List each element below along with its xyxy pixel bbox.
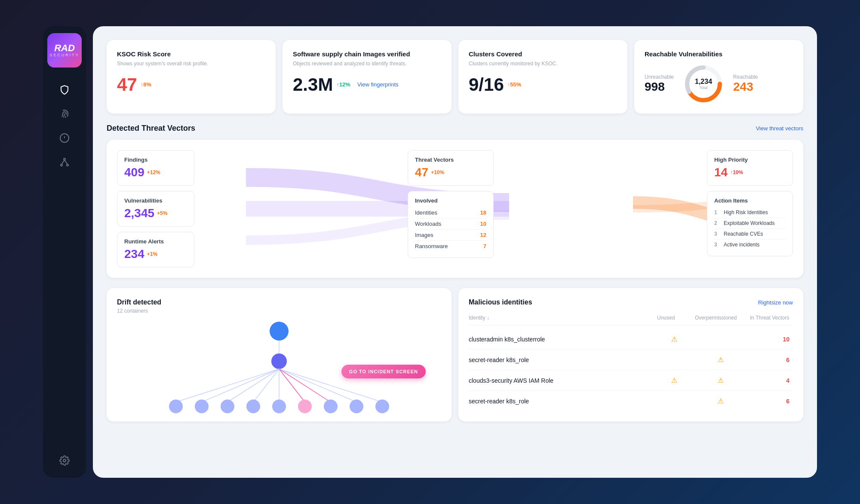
column-header: Overpermissioned: [695, 315, 746, 321]
warning-icon: ⚠: [718, 376, 724, 384]
threat-value: 6: [786, 356, 789, 363]
sidebar-item-network[interactable]: [54, 152, 75, 172]
clusters-card: Clusters Covered Clusters currently moni…: [458, 40, 627, 114]
identity-row: clouds3-security AWS IAM Role ⚠ ⚠ 4: [469, 370, 793, 391]
identity-row: secret-reader k8s_role ⚠ 6: [469, 391, 793, 411]
column-header: In Threat Vectors: [750, 315, 793, 321]
view-threat-vectors-link[interactable]: View threat vectors: [756, 125, 803, 132]
go-incident-button[interactable]: GO TO INCIDENT SCREEN: [341, 365, 426, 378]
drift-subtitle: 12 containers: [117, 308, 441, 314]
svg-point-8: [63, 459, 66, 462]
sidebar-item-alert[interactable]: [54, 128, 75, 148]
action-text: Exploitable Workloads: [724, 220, 775, 226]
malicious-title: Malicious identities: [469, 298, 532, 306]
unreachable-label: Unreachable: [645, 74, 674, 80]
high-priority-box: High Priority 14 ↑10%: [707, 150, 793, 186]
action-item: 3Active incidents: [714, 240, 786, 250]
threat-section-title: Detected Threat Vectors: [107, 124, 195, 133]
vulnerabilities-title: Reachable Vulnerabilities: [645, 50, 793, 58]
svg-point-32: [324, 400, 338, 413]
svg-point-26: [169, 400, 183, 413]
malicious-card: Malicious identities Rightsize now Ident…: [458, 288, 803, 421]
overpermissioned-cell: ⚠: [695, 376, 746, 384]
runtime-label: Runtime Alerts: [124, 238, 187, 245]
identity-name: clusteradmin k8s_clusterrole: [469, 336, 654, 343]
ksoc-risk-card: KSOC Risk Score Shows your system's over…: [107, 40, 276, 114]
action-text: Active incidents: [724, 242, 759, 248]
donut-chart: 1,234 Total: [684, 65, 723, 103]
logo-sub: SECURITY: [49, 53, 80, 57]
sidebar-item-fingerprint[interactable]: [54, 104, 75, 124]
involved-value: 7: [483, 243, 486, 249]
svg-line-17: [253, 369, 279, 402]
action-num: 1: [714, 209, 720, 215]
supply-chain-value: 2.3M ↑12% View fingerprints: [293, 74, 441, 95]
clusters-value: 9/16 ↑55%: [469, 74, 617, 95]
svg-point-13: [271, 353, 287, 369]
sidebar-item-shield[interactable]: [54, 80, 75, 100]
hp-label: High Priority: [714, 157, 786, 163]
warning-icon: ⚠: [671, 376, 677, 384]
donut-total: 1,234: [695, 78, 712, 86]
warning-icon: ⚠: [671, 335, 677, 343]
threat-val-cell: 4: [750, 377, 793, 384]
threat-val-cell: 6: [750, 356, 793, 363]
svg-point-28: [221, 400, 234, 413]
rightsize-link[interactable]: Rightsize now: [758, 299, 793, 306]
involved-row: Identities18: [415, 207, 486, 218]
ksoc-risk-badge: ↑8%: [141, 81, 151, 88]
involved-row: Workloads10: [415, 218, 486, 230]
identity-table: clusteradmin k8s_clusterrole ⚠ 10 secret…: [469, 329, 793, 411]
supply-chain-badge: ↑12%: [336, 81, 350, 88]
svg-line-16: [227, 369, 279, 402]
svg-point-34: [375, 400, 389, 413]
threat-panel: Findings 409 +12% Vulnerabilities 2,345 …: [107, 140, 803, 278]
warning-icon: ⚠: [718, 397, 724, 405]
svg-line-7: [64, 160, 68, 164]
unreachable-value: 998: [645, 80, 674, 94]
involved-label: Involved: [415, 197, 486, 204]
reachable-label: Reachable: [733, 74, 758, 80]
svg-point-31: [298, 400, 312, 413]
involved-row: Ransomware7: [415, 241, 486, 252]
action-item: 3Reachable CVEs: [714, 229, 786, 240]
svg-point-12: [270, 322, 289, 341]
involved-value: 10: [480, 221, 486, 227]
action-text: Reachable CVEs: [724, 231, 763, 237]
unused-cell: ⚠: [657, 335, 691, 343]
app-logo[interactable]: RAD SECURITY: [47, 33, 82, 68]
action-num: 3: [714, 231, 720, 237]
identity-row: clusteradmin k8s_clusterrole ⚠ 10: [469, 329, 793, 350]
svg-line-14: [176, 369, 279, 402]
threat-vectors-section: Detected Threat Vectors View threat vect…: [107, 124, 803, 278]
supply-chain-number: 2.3M: [293, 74, 333, 95]
runtime-alerts-box: Runtime Alerts 234 +1%: [117, 232, 194, 267]
involved-table: Identities18Workloads10Images12Ransomwar…: [415, 207, 486, 252]
unused-cell: ⚠: [657, 376, 691, 384]
identity-name: secret-reader k8s_role: [469, 398, 654, 405]
involved-row: Images12: [415, 230, 486, 241]
donut-label: Total: [695, 86, 712, 90]
threat-vectors-column: Threat Vectors 47 +10% Involved Identiti…: [408, 150, 494, 267]
metric-cards: KSOC Risk Score Shows your system's over…: [107, 40, 803, 114]
involved-name: Identities: [415, 209, 437, 216]
action-label: Action Items: [714, 197, 786, 204]
identity-row: secret-reader k8s_role ⚠ 6: [469, 350, 793, 370]
action-item: 2Exploitable Workloads: [714, 218, 786, 229]
ksoc-risk-title: KSOC Risk Score: [117, 50, 265, 58]
sidebar-item-settings[interactable]: [54, 450, 75, 471]
tv-badge: +10%: [431, 169, 444, 175]
identity-table-header: Identity ↓UnusedOverpermissionedIn Threa…: [469, 315, 793, 326]
involved-name: Workloads: [415, 221, 441, 227]
tv-value: 47 +10%: [415, 166, 486, 179]
column-header: Identity ↓: [469, 315, 654, 321]
clusters-desc: Clusters currently monitored by KSOC.: [469, 60, 617, 68]
involved-name: Images: [415, 232, 433, 238]
findings-column: Findings 409 +12% Vulnerabilities 2,345 …: [117, 150, 194, 267]
view-fingerprints-link[interactable]: View fingerprints: [357, 81, 399, 88]
threat-value: 4: [786, 377, 789, 384]
svg-line-23: [279, 369, 305, 402]
action-text: High Risk Identities: [724, 209, 768, 215]
tv-label: Threat Vectors: [415, 157, 486, 163]
logo-text: RAD: [54, 43, 75, 53]
